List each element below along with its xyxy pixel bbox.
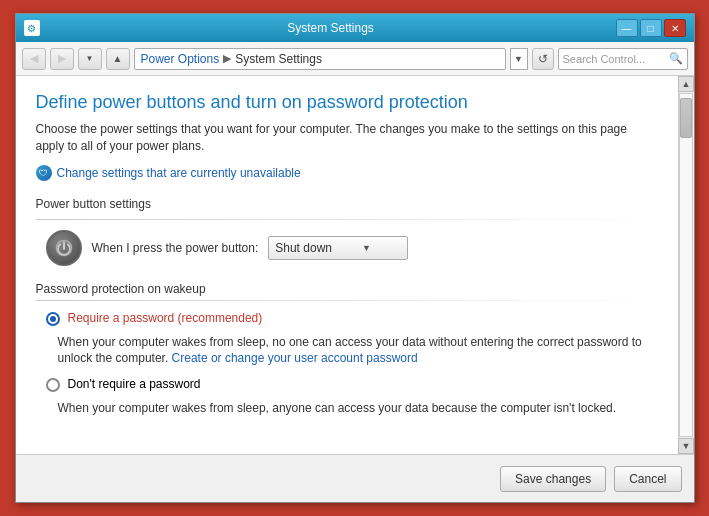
search-placeholder: Search Control... [563, 53, 646, 65]
main-panel: Define power buttons and turn on passwor… [16, 76, 678, 454]
address-dropdown-button[interactable]: ▼ [510, 48, 528, 70]
scroll-up-button[interactable]: ▲ [678, 76, 694, 92]
up-button[interactable]: ▲ [106, 48, 130, 70]
breadcrumb-system-settings: System Settings [235, 52, 322, 66]
password-divider [36, 300, 658, 301]
dropdown-arrow-button[interactable]: ▼ [78, 48, 102, 70]
power-icon [46, 230, 82, 266]
no-password-label: Don't require a password [68, 377, 201, 391]
search-box[interactable]: Search Control... 🔍 [558, 48, 688, 70]
scroll-thumb[interactable] [680, 98, 692, 138]
power-svg [54, 238, 74, 258]
require-password-label: Require a password (recommended) [68, 311, 263, 325]
close-button[interactable]: ✕ [664, 19, 686, 37]
no-password-radio[interactable] [46, 378, 60, 392]
dropdown-arrow-icon: ▼ [362, 243, 371, 253]
address-bar: ◀ ▶ ▼ ▲ Power Options ▶ System Settings … [16, 42, 694, 76]
minimize-button[interactable]: — [616, 19, 638, 37]
create-password-link[interactable]: Create or change your user account passw… [172, 351, 418, 365]
scrollbar: ▲ ▼ [678, 76, 694, 454]
search-icon: 🔍 [669, 52, 683, 65]
content-area: Define power buttons and turn on passwor… [16, 76, 694, 454]
power-button-section-label: Power button settings [36, 197, 151, 211]
breadcrumb-separator: ▶ [223, 52, 231, 65]
no-password-option[interactable]: Don't require a password [46, 377, 658, 392]
window-title: System Settings [46, 21, 616, 35]
settings-link-icon: 🛡 [36, 165, 52, 181]
window-controls: — □ ✕ [616, 19, 686, 37]
save-changes-button[interactable]: Save changes [500, 466, 606, 492]
main-window: ⚙ System Settings — □ ✕ ◀ ▶ ▼ ▲ Power Op… [15, 13, 695, 503]
title-bar: ⚙ System Settings — □ ✕ [16, 14, 694, 42]
page-description: Choose the power settings that you want … [36, 121, 658, 155]
power-button-value: Shut down [275, 241, 332, 255]
power-button-row: When I press the power button: Shut down… [46, 230, 658, 266]
no-password-desc: When your computer wakes from sleep, any… [58, 400, 658, 417]
power-divider [36, 219, 658, 220]
breadcrumb-power-options[interactable]: Power Options [141, 52, 220, 66]
require-password-desc: When your computer wakes from sleep, no … [58, 334, 658, 368]
forward-button[interactable]: ▶ [50, 48, 74, 70]
password-section-label: Password protection on wakeup [36, 282, 206, 296]
power-button-label: When I press the power button: [92, 241, 259, 255]
address-path[interactable]: Power Options ▶ System Settings [134, 48, 506, 70]
password-section-header: Password protection on wakeup [36, 282, 658, 296]
change-settings-link[interactable]: 🛡 Change settings that are currently una… [36, 165, 658, 181]
cancel-button[interactable]: Cancel [614, 466, 681, 492]
power-button-section-header: Power button settings [36, 197, 658, 211]
refresh-button[interactable]: ↺ [532, 48, 554, 70]
page-title: Define power buttons and turn on passwor… [36, 92, 658, 113]
footer: Save changes Cancel [16, 454, 694, 502]
require-password-radio[interactable] [46, 312, 60, 326]
maximize-button[interactable]: □ [640, 19, 662, 37]
app-icon: ⚙ [24, 20, 40, 36]
scroll-track[interactable] [679, 93, 693, 437]
back-button[interactable]: ◀ [22, 48, 46, 70]
scroll-down-button[interactable]: ▼ [678, 438, 694, 454]
settings-link-label: Change settings that are currently unava… [57, 166, 301, 180]
require-password-option[interactable]: Require a password (recommended) [46, 311, 658, 326]
power-button-dropdown[interactable]: Shut down ▼ [268, 236, 408, 260]
